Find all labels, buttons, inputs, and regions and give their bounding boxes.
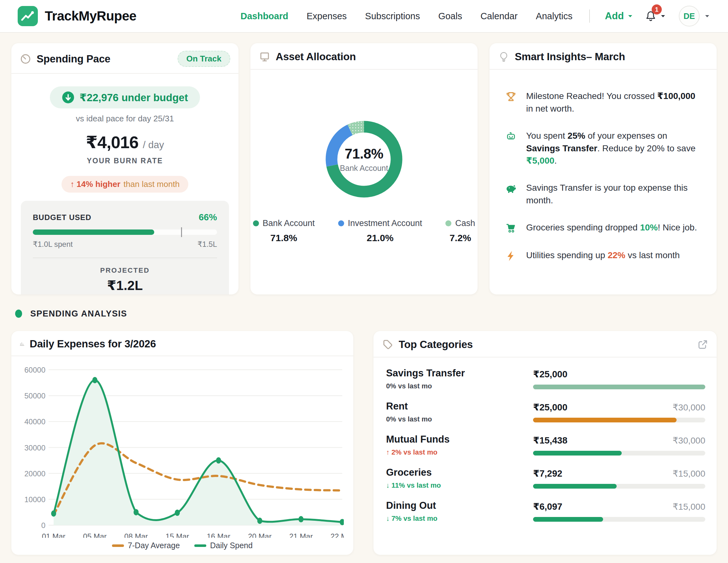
spending-pace-header: Spending Pace On Track [11,43,238,74]
insight-text: You spent 25% of your expenses on Saving… [526,130,703,167]
category-delta: ↑ 2% vs last mo [386,448,522,456]
mini-chart-icon [20,341,25,346]
legend-item: Bank Account71.8% [253,219,315,244]
daily-expenses-line-chart: 010000200003000040000500006000001 Mar05 … [21,361,344,538]
asset-allocation-header: Asset Allocation [250,43,478,70]
chevron-down-icon [660,13,666,19]
svg-text:0: 0 [41,521,45,530]
category-progress-bar [533,384,705,389]
projected-value: ₹1.2L [33,278,217,293]
svg-text:30000: 30000 [24,443,45,452]
top-categories-card: Top Categories Savings Transfer0% vs las… [373,331,717,555]
delta-highlight: ↑ 14% higher [70,179,120,189]
asset-allocation-title: Asset Allocation [276,51,356,63]
budget-used-percent: 66% [199,212,217,223]
svg-text:15 Mar: 15 Mar [166,532,189,538]
spending-pace-title: Spending Pace [37,53,110,65]
category-cap: ₹15,000 [673,468,705,479]
svg-text:05 Mar: 05 Mar [83,532,107,538]
projected-label: PROJECTED [33,267,217,275]
arrow-down-circle-icon [62,91,74,104]
asset-allocation-donut: 71.8% Bank Account [323,118,405,200]
category-name: Dining Out [386,500,522,511]
delta-rest: than last month [124,179,180,189]
svg-text:22 Mar: 22 Mar [331,532,344,538]
bolt-icon [505,250,517,262]
svg-text:20 Mar: 20 Mar [248,532,272,538]
brand: TrackMyRupee [18,6,136,26]
category-delta: 0% vs last mo [386,415,522,423]
category-progress-fill [533,484,617,489]
svg-text:21 Mar: 21 Mar [289,532,313,538]
insight-item: Savings Transfer is your top expense thi… [505,182,703,207]
svg-text:01 Mar: 01 Mar [42,532,66,538]
legend-swatch-icon [194,544,206,547]
spending-pace-card: Spending Pace On Track ₹22,976 under bud… [11,43,238,294]
category-cap: ₹15,000 [673,501,705,512]
category-row: Rent0% vs last mo₹25,000₹30,000 [386,401,705,423]
budget-divider [33,258,217,258]
under-budget-pill: ₹22,976 under budget [50,86,200,109]
nav-item-subscriptions[interactable]: Subscriptions [365,11,420,21]
budget-used-panel: BUDGET USED 66% ₹1.0L spent ₹1.5L PROJEC… [21,201,229,294]
legend-dot-icon [338,220,344,226]
category-progress-bar [533,451,705,455]
legend-series-label: 7-Day Average [128,541,180,550]
nav-item-dashboard[interactable]: Dashboard [240,11,288,21]
svg-text:08 Mar: 08 Mar [124,532,148,538]
donut-center-label: 71.8% Bank Account [323,118,405,200]
smart-insights-card: Smart Insights– March Milestone Reached!… [490,43,717,294]
cart-icon [505,222,517,235]
category-cap: ₹30,000 [673,402,705,413]
section-title: SPENDING ANALYSIS [30,309,127,319]
burn-rate-label: YOUR BURN RATE [87,157,163,165]
legend-value: 71.8% [270,233,297,244]
robot-icon [505,130,517,143]
app-logo-icon [18,6,38,26]
app-title: TrackMyRupee [45,9,136,24]
insight-item: Utilities spending up 22% vs last month [505,249,703,262]
stats-row: Spending Pace On Track ₹22,976 under bud… [11,43,717,294]
nav-item-goals[interactable]: Goals [438,11,462,21]
nav-item-expenses[interactable]: Expenses [307,11,347,21]
burn-rate-value: ₹4,016 [86,132,138,152]
top-categories-list: Savings Transfer0% vs last mo₹25,000Rent… [373,357,717,523]
legend-dot-icon [253,220,259,226]
ideal-pace-subtext: vs ideal pace for day 25/31 [76,114,174,124]
profile-menu-button[interactable]: DE [679,6,710,26]
donut-legend: Bank Account71.8%Investment Account21.0%… [253,219,475,244]
chevron-down-icon [627,13,633,19]
category-name: Rent [386,401,522,412]
chart-legend-item: 7-Day Average [112,541,180,550]
svg-text:16 Mar: 16 Mar [207,532,231,538]
category-spent: ₹25,000 [533,402,567,413]
piggy-bank-icon [505,182,517,195]
primary-nav: DashboardExpensesSubscriptionsGoalsCalen… [240,11,572,21]
insight-item: Milestone Reached! You crossed ₹100,000 … [505,90,703,115]
add-button[interactable]: Add [605,10,633,22]
donut-center-caption: Bank Account [340,164,388,173]
external-link-icon[interactable] [697,339,708,350]
legend-swatch-icon [112,544,124,547]
category-progress-fill [533,384,705,389]
under-budget-text: ₹22,976 under budget [79,91,188,104]
burn-rate-unit: / day [143,139,164,151]
category-row: Mutual Funds↑ 2% vs last mo₹15,438₹30,00… [386,434,705,456]
daily-expenses-title: Daily Expenses for 3/2026 [30,338,156,350]
category-spent: ₹25,000 [533,369,567,379]
svg-text:40000: 40000 [24,417,45,426]
dashboard-main: Spending Pace On Track ₹22,976 under bud… [0,43,728,555]
gauge-icon [20,53,32,65]
nav-item-calendar[interactable]: Calendar [480,11,518,21]
budget-progress-fill [33,230,154,235]
category-progress-fill [533,451,622,455]
top-categories-title: Top Categories [399,338,473,350]
burn-rate-row: ₹4,016 / day [86,132,164,152]
notifications-button[interactable]: 1 [644,9,668,23]
notification-badge: 1 [652,4,662,15]
svg-text:10000: 10000 [24,495,45,504]
nav-item-analytics[interactable]: Analytics [536,11,572,21]
daily-expenses-card: Daily Expenses for 3/2026 01000020000300… [11,331,353,555]
svg-text:50000: 50000 [24,391,45,400]
category-name: Groceries [386,467,522,478]
